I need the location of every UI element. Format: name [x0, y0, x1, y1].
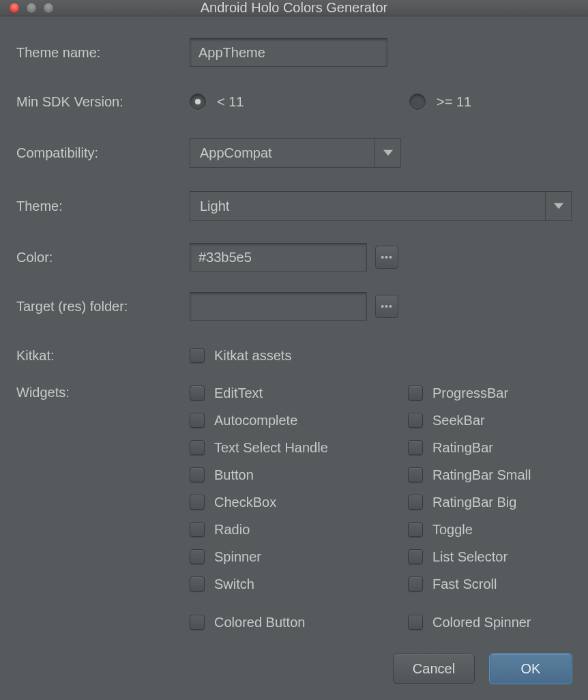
widget-label: CheckBox [214, 495, 276, 510]
widget-label: Text Select Handle [214, 440, 328, 456]
radio-gte11-icon [409, 93, 426, 110]
widget-label: Fast Scroll [432, 577, 497, 592]
checkbox-icon [408, 522, 423, 537]
widget-ratingbar-big-checkbox[interactable]: RatingBar Big [408, 488, 531, 516]
widget-fast-scroll-checkbox[interactable]: Fast Scroll [408, 570, 531, 598]
widget-seekbar-checkbox[interactable]: SeekBar [408, 407, 531, 434]
widget-progressbar-checkbox[interactable]: ProgressBar [408, 379, 531, 407]
dialog-body: Theme name: Min SDK Version: < 11 >= 11 [0, 16, 588, 654]
minimize-window-icon[interactable] [27, 3, 36, 13]
widget-colored-spinner-checkbox[interactable]: Colored Spinner [408, 609, 531, 636]
row-theme: Theme: Light [16, 187, 572, 225]
label-theme: Theme: [16, 199, 190, 214]
radio-gte11[interactable]: >= 11 [409, 93, 471, 110]
window-title: Android Holo Colors Generator [0, 0, 588, 16]
compat-select[interactable]: AppCompat [190, 138, 401, 168]
browse-folder-button[interactable]: ••• [375, 295, 398, 318]
widget-label: ProgressBar [432, 385, 508, 401]
widget-label: List Selector [432, 549, 508, 565]
cancel-button[interactable]: Cancel [393, 654, 475, 684]
checkbox-icon [190, 549, 205, 564]
color-picker-button[interactable]: ••• [375, 246, 398, 269]
ellipsis-icon: ••• [381, 252, 393, 263]
widget-list-selector-checkbox[interactable]: List Selector [408, 543, 531, 570]
ellipsis-icon: ••• [381, 301, 393, 312]
label-kitkat: Kitkat: [16, 348, 190, 364]
close-window-icon[interactable] [10, 3, 19, 13]
widget-ratingbar-small-checkbox[interactable]: RatingBar Small [408, 461, 531, 488]
widget-switch-checkbox[interactable]: Switch [190, 570, 408, 598]
radio-gte11-label: >= 11 [437, 94, 471, 110]
widget-autocomplete-checkbox[interactable]: Autocomplete [190, 407, 408, 434]
kitkat-assets-checkbox[interactable]: Kitkat assets [190, 342, 291, 369]
widget-label: EditText [214, 385, 263, 401]
checkbox-icon [190, 440, 205, 455]
checkbox-icon [408, 549, 423, 564]
widget-radio-checkbox[interactable]: Radio [190, 516, 408, 543]
titlebar: Android Holo Colors Generator [0, 0, 588, 16]
widget-checkbox-checkbox[interactable]: CheckBox [190, 488, 408, 516]
label-compat: Compatibility: [16, 145, 190, 161]
checkbox-icon [408, 385, 423, 400]
widget-label: Radio [214, 522, 250, 538]
min-sdk-radio-group: < 11 >= 11 [190, 93, 572, 110]
widget-button-checkbox[interactable]: Button [190, 461, 408, 488]
widget-label: Colored Spinner [432, 615, 531, 630]
label-color: Color: [16, 250, 190, 265]
ok-button-label: OK [521, 661, 541, 677]
dialog-window: Android Holo Colors Generator Theme name… [0, 0, 588, 700]
row-compat: Compatibility: AppCompat [16, 134, 572, 172]
checkbox-icon [408, 440, 423, 455]
checkbox-icon [408, 495, 423, 510]
widget-text-select-handle-checkbox[interactable]: Text Select Handle [190, 434, 408, 461]
checkbox-icon [190, 615, 205, 630]
radio-lt11-label: < 11 [217, 94, 244, 110]
theme-name-input[interactable] [190, 38, 387, 67]
widgets-col-2: ProgressBar SeekBar RatingBar RatingBar … [408, 379, 531, 636]
checkbox-icon [190, 385, 205, 400]
window-controls [10, 3, 53, 13]
row-widgets: Widgets: EditText Autocomplete Text Sele… [16, 379, 572, 636]
widget-toggle-checkbox[interactable]: Toggle [408, 516, 531, 543]
checkbox-icon [190, 522, 205, 537]
widget-spinner-checkbox[interactable]: Spinner [190, 543, 408, 570]
label-widgets: Widgets: [16, 379, 190, 400]
row-theme-name: Theme name: [16, 35, 572, 70]
ok-button[interactable]: OK [490, 654, 572, 684]
cancel-button-label: Cancel [413, 661, 455, 677]
theme-select[interactable]: Light [190, 191, 572, 221]
row-min-sdk: Min SDK Version: < 11 >= 11 [16, 85, 572, 119]
widget-label: RatingBar [432, 440, 493, 456]
widget-label: Autocomplete [214, 413, 297, 428]
label-theme-name: Theme name: [16, 45, 190, 61]
widget-label: RatingBar Big [432, 495, 516, 510]
row-target: Target (res) folder: ••• [16, 289, 572, 323]
checkbox-icon [190, 413, 205, 428]
widgets-grid: EditText Autocomplete Text Select Handle… [190, 379, 531, 636]
widgets-col-1: EditText Autocomplete Text Select Handle… [190, 379, 408, 636]
widget-edittext-checkbox[interactable]: EditText [190, 379, 408, 407]
widget-label: Spinner [214, 549, 261, 565]
checkbox-icon [190, 577, 205, 592]
radio-lt11[interactable]: < 11 [190, 93, 409, 110]
checkbox-icon [190, 348, 205, 363]
label-target: Target (res) folder: [16, 299, 190, 315]
checkbox-icon [190, 495, 205, 510]
label-min-sdk: Min SDK Version: [16, 94, 190, 110]
kitkat-assets-label: Kitkat assets [214, 348, 291, 364]
target-folder-input[interactable] [190, 292, 367, 321]
dialog-footer: Cancel OK [0, 654, 588, 700]
row-kitkat: Kitkat: Kitkat assets [16, 338, 572, 373]
zoom-window-icon[interactable] [44, 3, 53, 13]
checkbox-icon [408, 615, 423, 630]
widget-label: Switch [214, 577, 254, 592]
widget-label: Colored Button [214, 615, 305, 630]
compat-value: AppCompat [190, 145, 374, 161]
widget-label: Toggle [432, 522, 473, 538]
widget-colored-button-checkbox[interactable]: Colored Button [190, 609, 408, 636]
checkbox-icon [190, 467, 205, 482]
widget-label: RatingBar Small [432, 467, 531, 483]
widget-ratingbar-checkbox[interactable]: RatingBar [408, 434, 531, 461]
color-input[interactable] [190, 243, 367, 272]
widget-label: SeekBar [432, 413, 485, 428]
